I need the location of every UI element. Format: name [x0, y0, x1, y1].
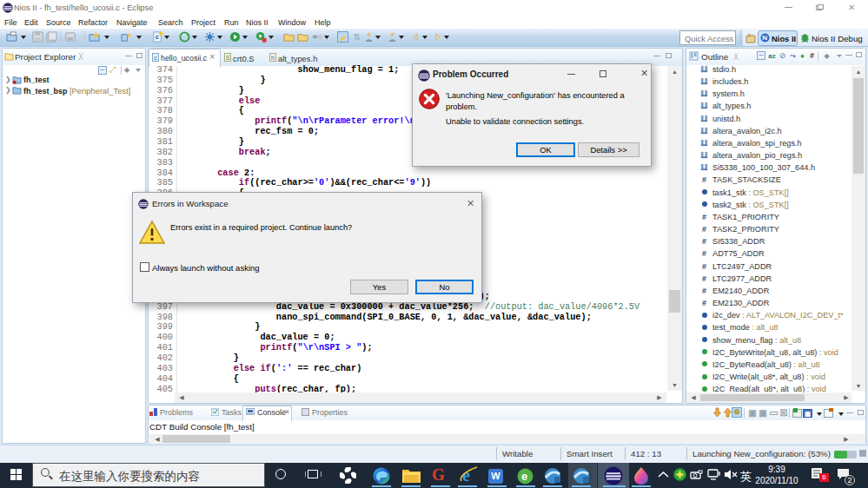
svg-text:c: c	[155, 33, 158, 41]
svg-text:mi: mi	[67, 36, 72, 41]
svg-text:e: e	[521, 470, 527, 483]
svg-text:N: N	[762, 34, 767, 42]
